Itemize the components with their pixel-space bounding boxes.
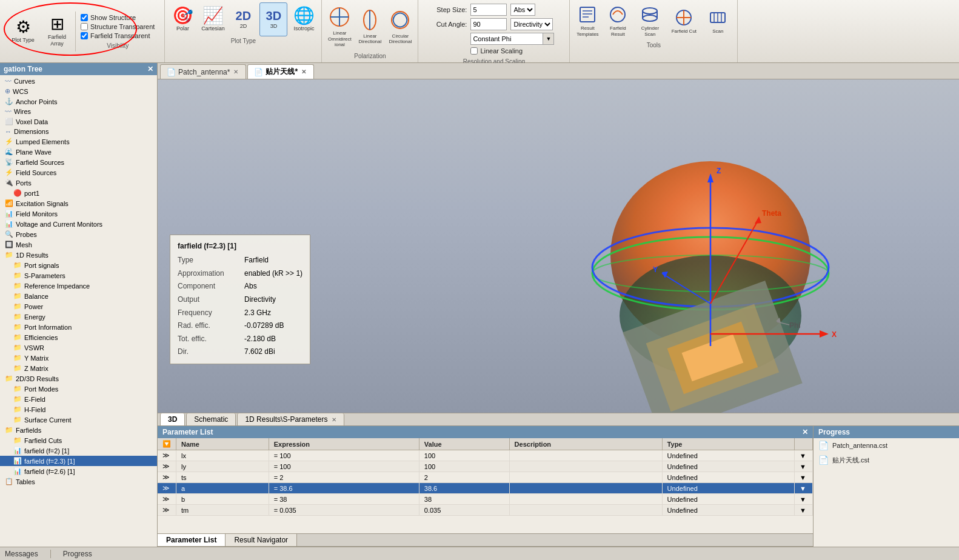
tree-item[interactable]: 📁Port Information	[0, 322, 157, 332]
result-templates-button[interactable]: Result Templates	[573, 2, 601, 39]
progress-item-patch[interactable]: 📄 Patch_antenna.cst	[814, 438, 959, 453]
row-value: 38	[419, 494, 509, 505]
table-row[interactable]: ≫tm= 0.0350.035Undefined▼	[158, 505, 813, 516]
tree-item[interactable]: ⚡Field Sources	[0, 167, 157, 178]
tree-item[interactable]: 📁Reference Impedance	[0, 281, 157, 291]
tree-item[interactable]: 🌊Plane Wave	[0, 147, 157, 157]
cylinder-scan-button[interactable]: Cylinder Scan	[634, 2, 666, 39]
constant-phi-input[interactable]	[470, 33, 543, 45]
tree-item[interactable]: 🔌Ports	[0, 178, 157, 188]
sidebar-tree[interactable]: 〰Curves⊕WCS⚓Anchor Points〰Wires⬜Voxel Da…	[0, 75, 157, 547]
properties-button[interactable]: ⚙ Plot Type	[7, 15, 39, 48]
tree-item[interactable]: 📁Z Matrix	[0, 363, 157, 373]
progress-item-chinese[interactable]: 📄 贴片天线.cst	[814, 453, 959, 467]
farfield-transparent-row[interactable]: Farfield Transparent	[81, 32, 155, 39]
farfield-array-button[interactable]: ⊞ Farfield Array	[41, 13, 73, 50]
tree-item[interactable]: 📁Surface Current	[0, 415, 157, 425]
tab-close-patch[interactable]: ✕	[232, 68, 239, 75]
table-row[interactable]: ≫a= 38.638.6Undefined▼	[158, 483, 813, 494]
tree-item[interactable]: 📊Field Monitors	[0, 208, 157, 219]
tree-item[interactable]: 📁Farfield Cuts	[0, 435, 157, 445]
status-progress[interactable]: Progress	[63, 550, 92, 558]
table-row[interactable]: ≫b= 3838Undefined▼	[158, 494, 813, 505]
tab-close-chinese[interactable]: ✕	[300, 68, 307, 75]
bottom-tab-close-1d[interactable]: ✕	[332, 416, 336, 423]
progress-status-label: Progress	[63, 550, 92, 558]
param-list-close-icon[interactable]: ✕	[802, 428, 808, 436]
tree-item[interactable]: 📁VSWR	[0, 342, 157, 353]
step-size-input[interactable]	[470, 4, 507, 16]
viewport[interactable]: Z Y X Theta Phi farfield (	[158, 79, 959, 413]
tree-item[interactable]: 📁Farfields	[0, 425, 157, 435]
table-row[interactable]: ≫ts= 22Undefined▼	[158, 472, 813, 483]
show-structure-row[interactable]: Show Structure	[81, 14, 155, 21]
tree-item[interactable]: 📁Y Matrix	[0, 353, 157, 363]
bottom-tab-3d[interactable]: 3D	[160, 413, 185, 425]
tree-item[interactable]: ⬜Voxel Data	[0, 116, 157, 127]
tree-item[interactable]: 📊Voltage and Current Monitors	[0, 219, 157, 229]
linear-scaling-checkbox[interactable]	[470, 47, 478, 55]
tree-item[interactable]: 🔍Probes	[0, 229, 157, 239]
tree-item[interactable]: ⊕WCS	[0, 86, 157, 96]
farfield-transparent-checkbox[interactable]	[81, 32, 88, 39]
linear-omni-button[interactable]: Linear Omnidirectional	[326, 2, 353, 50]
tree-item[interactable]: 📁H-Field	[0, 404, 157, 415]
tree-item[interactable]: 📡Farfield Sources	[0, 157, 157, 167]
farfield-cut-button[interactable]: Farfield Cut	[668, 3, 700, 39]
structure-transparent-row[interactable]: Structure Transparent	[81, 23, 155, 30]
table-row[interactable]: ≫ly= 100100Undefined▼	[158, 461, 813, 472]
sidebar-close-icon[interactable]: ✕	[147, 65, 153, 73]
farfield-result-button[interactable]: Farfield Result	[604, 2, 632, 39]
tree-item[interactable]: 📁E-Field	[0, 394, 157, 404]
tree-item[interactable]: 📁Power	[0, 301, 157, 312]
scan-button[interactable]: Scan	[702, 3, 733, 39]
circular-dir-button[interactable]: Circular Directional	[386, 2, 414, 50]
2d-button[interactable]: 2D 2D	[229, 2, 257, 36]
structure-transparent-checkbox[interactable]	[81, 23, 88, 30]
tab-patch-antenna[interactable]: 📄 Patch_antenna* ✕	[160, 64, 246, 79]
tree-item[interactable]: ↔Dimensions	[0, 127, 157, 136]
tree-item[interactable]: 📊farfield (f=2.3) [1]	[0, 456, 157, 466]
tree-item[interactable]: 📁Energy	[0, 312, 157, 322]
isotropic-button[interactable]: 🌐 Isotropic	[290, 2, 318, 36]
table-row[interactable]: ≫lx= 100100Undefined▼	[158, 450, 813, 461]
tree-item[interactable]: 📁Port Modes	[0, 384, 157, 394]
tree-item[interactable]: 📁S-Parameters	[0, 270, 157, 281]
bottom-tab-1d-results[interactable]: 1D Results\S-Parameters ✕	[237, 413, 344, 425]
tree-item[interactable]: 🔴port1	[0, 188, 157, 198]
tree-item[interactable]: ⚓Anchor Points	[0, 96, 157, 107]
status-messages[interactable]: Messages	[5, 550, 38, 558]
tree-item[interactable]: ⚡Lumped Elements	[0, 136, 157, 147]
constant-phi-dropdown-btn[interactable]: ▼	[543, 33, 554, 45]
tree-item[interactable]: 📁Balance	[0, 291, 157, 301]
bottom-nav-tab-param-list[interactable]: Parameter List	[158, 534, 226, 546]
cartesian-button[interactable]: 📈 Cartesian	[199, 2, 227, 36]
tab-chinese-antenna[interactable]: 📄 贴片天线* ✕	[247, 64, 314, 79]
bottom-tab-schematic[interactable]: Schematic	[186, 413, 236, 425]
abs-select[interactable]: Abs	[510, 4, 535, 16]
tree-item[interactable]: 🔲Mesh	[0, 239, 157, 250]
tree-item[interactable]: 📁1D Results	[0, 250, 157, 260]
isotropic-icon: 🌐	[293, 7, 315, 24]
tree-item[interactable]: 📁Efficiencies	[0, 332, 157, 342]
messages-label: Messages	[5, 550, 38, 558]
tree-item[interactable]: 〰Curves	[0, 76, 157, 86]
svg-point-14	[643, 15, 657, 21]
tree-item[interactable]: 📋Tables	[0, 476, 157, 487]
tree-item[interactable]: 📁Port signals	[0, 260, 157, 270]
tree-item[interactable]: 📶Excitation Signals	[0, 198, 157, 208]
linear-omni-label: Linear Omnidirectional	[327, 30, 352, 48]
3d-button[interactable]: 3D 3D	[259, 2, 287, 36]
linear-dir-button[interactable]: Linear Directional	[356, 2, 384, 50]
directivity-select[interactable]: Directivity	[510, 18, 553, 30]
tree-item[interactable]: 📊farfield (f=2.6) [1]	[0, 466, 157, 476]
tree-item[interactable]: 📊farfield (f=2) [1]	[0, 445, 157, 456]
param-table-container[interactable]: 🔽 Name Expression Value Description Type…	[158, 438, 813, 533]
cut-angle-input[interactable]	[470, 18, 507, 30]
sidebar-title: gation Tree	[4, 65, 42, 73]
tree-item[interactable]: 〰Wires	[0, 107, 157, 116]
show-structure-checkbox[interactable]	[81, 14, 88, 21]
tree-item[interactable]: 📁2D/3D Results	[0, 373, 157, 384]
bottom-nav-tab-result-nav[interactable]: Result Navigator	[226, 534, 297, 546]
polar-button[interactable]: 🎯 Polar	[169, 2, 196, 36]
